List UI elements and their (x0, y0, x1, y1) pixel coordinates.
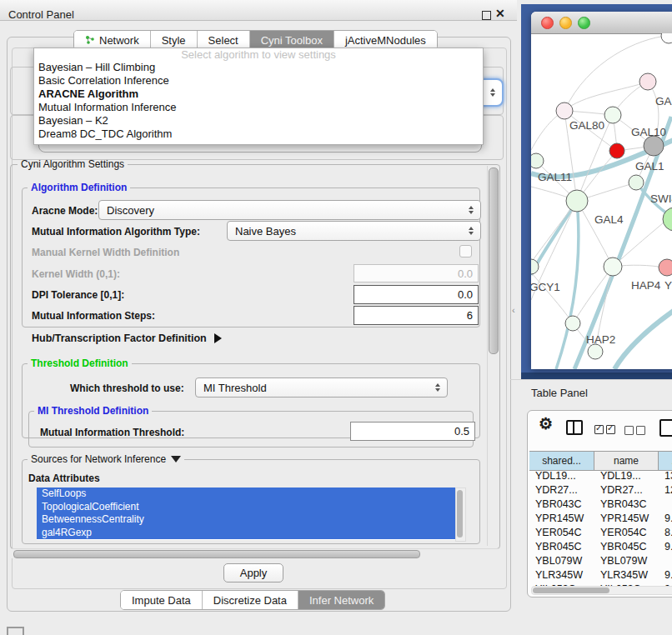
network-node[interactable] (566, 190, 588, 212)
table-row[interactable]: YLR345WYLR345W9. (529, 568, 672, 582)
table-row[interactable]: YER054CYER054C8. (529, 526, 672, 540)
table-row[interactable]: YPR145WYPR145W9. (529, 512, 672, 526)
dropdown-item[interactable]: Basic Correlation Inference (34, 74, 483, 88)
tab-impute-data[interactable]: Impute Data (121, 591, 202, 609)
deselect-all-checkboxes-icon[interactable] (624, 423, 648, 438)
table-cell[interactable]: YBR045C (594, 540, 659, 554)
float-panel-icon[interactable] (482, 11, 491, 20)
sources-group-title[interactable]: Sources for Network Inference (28, 453, 184, 465)
table-cell[interactable]: YBR043C (594, 498, 659, 512)
table-cell[interactable]: YPR145W (594, 512, 659, 526)
table-row[interactable]: YDL19...YDL19...13 (529, 469, 672, 483)
gear-icon[interactable]: ⚙ (539, 414, 553, 433)
settings-vertical-scrollbar[interactable] (487, 166, 499, 546)
table-cell[interactable]: 9. (659, 540, 672, 554)
network-edge[interactable] (531, 272, 571, 321)
tab-cyni-toolbox[interactable]: Cyni Toolbox (249, 31, 333, 49)
network-node[interactable] (556, 102, 573, 119)
list-vertical-scrollbar[interactable] (455, 488, 466, 542)
table-row[interactable]: YBL079WYBL079W (529, 554, 672, 568)
table-horizontal-scrollbar[interactable] (531, 586, 672, 595)
mi-type-combobox[interactable]: Naive Bayes (227, 221, 481, 241)
table-cell[interactable]: YLR345W (594, 568, 659, 582)
scrollbar-thumb[interactable] (13, 550, 420, 558)
table-cell[interactable]: 13 (659, 469, 672, 483)
table-cell[interactable]: YDL19... (529, 469, 594, 483)
dropdown-item[interactable]: Mutual Information Inference (34, 101, 483, 114)
mi-threshold-field[interactable]: 0.5 (350, 422, 475, 441)
table-cell[interactable]: YDR27... (529, 483, 594, 498)
column-header-shared-name[interactable]: shared... (529, 452, 594, 470)
network-node[interactable] (588, 344, 603, 359)
tab-discretize-data[interactable]: Discretize Data (202, 591, 298, 609)
kernel-width-field[interactable]: 0.0 (354, 264, 479, 282)
hub-definition-expander[interactable]: Hub/Transcription Factor Definition (32, 332, 222, 344)
dropdown-item-selected[interactable]: ARACNE Algorithm (34, 88, 483, 101)
table-cell[interactable]: YBL079W (594, 554, 659, 568)
network-edge[interactable] (564, 82, 648, 111)
table-cell[interactable]: YDR27... (594, 483, 659, 498)
network-node[interactable] (604, 258, 622, 276)
manual-kernel-checkbox[interactable] (459, 245, 472, 258)
network-canvas[interactable]: GALGAL80GAL10GAL1GAL11SWI4GAL4HAP4YGCY1H… (531, 33, 672, 369)
network-node[interactable] (629, 175, 644, 190)
network-node[interactable] (661, 33, 672, 43)
table-cell[interactable]: 8. (659, 526, 672, 540)
table-cell[interactable]: YER054C (529, 526, 594, 540)
column-header-partial[interactable]: A (659, 452, 672, 470)
list-item[interactable]: SelfLoops (37, 488, 455, 501)
mi-steps-field[interactable]: 6 (354, 306, 479, 325)
close-traffic-light-icon[interactable] (541, 17, 554, 29)
dropdown-item[interactable]: Dream8 DC_TDC Algorithm (34, 128, 483, 141)
table-cell[interactable]: 12 (659, 483, 672, 498)
table-cell[interactable]: YLR345W (529, 568, 594, 582)
table-cell[interactable]: YPR145W (529, 512, 594, 526)
dropdown-item[interactable]: Bayesian – Hill Climbing (34, 61, 483, 74)
minimize-traffic-light-icon[interactable] (559, 17, 572, 29)
table-row[interactable]: YDR27...YDR27...12 (529, 483, 672, 498)
table-row[interactable]: YBR043CYBR043C (529, 498, 672, 512)
tab-jactivemnodules[interactable]: jActiveMNodules (333, 31, 437, 49)
table-row[interactable]: YBR045CYBR045C9. (529, 540, 672, 554)
table-cell[interactable]: YBR043C (529, 498, 594, 512)
apply-button[interactable]: Apply (223, 563, 283, 582)
scrollbar-thumb[interactable] (489, 168, 499, 354)
network-edge[interactable] (614, 308, 672, 369)
table-cell[interactable]: YER054C (594, 526, 659, 540)
dpi-tolerance-field[interactable]: 0.0 (354, 285, 479, 304)
network-edge[interactable] (531, 201, 577, 262)
list-item[interactable]: BetweennessCentrality (37, 513, 455, 527)
table-cell[interactable]: 9. (659, 568, 672, 582)
network-node[interactable] (639, 73, 656, 90)
which-threshold-combobox[interactable]: MI Threshold (195, 378, 448, 398)
network-node[interactable] (565, 316, 580, 331)
network-node[interactable] (604, 107, 621, 123)
table-cell[interactable]: YBL079W (529, 554, 594, 568)
aracne-mode-combobox[interactable]: Discovery (98, 200, 481, 220)
tab-network[interactable]: Network (74, 31, 150, 49)
table-cell[interactable]: YBR045C (529, 540, 594, 554)
tab-infer-network[interactable]: Infer Network (298, 591, 384, 609)
table-cell[interactable] (659, 554, 672, 568)
network-node[interactable] (531, 153, 544, 168)
minimized-panel-icon[interactable] (7, 627, 24, 635)
table-cell[interactable] (659, 498, 672, 512)
column-header-name[interactable]: name (594, 452, 659, 470)
close-icon[interactable]: ✕ (495, 7, 505, 20)
document-icon[interactable] (659, 419, 672, 437)
settings-horizontal-scrollbar[interactable] (12, 548, 499, 558)
select-all-checkboxes-icon[interactable] (594, 422, 618, 438)
list-item[interactable]: TopologicalCoefficient (37, 501, 455, 514)
tab-select[interactable]: Select (197, 31, 249, 49)
network-edge[interactable] (564, 36, 667, 111)
network-node[interactable] (659, 259, 672, 276)
network-node[interactable] (644, 136, 664, 156)
tab-style[interactable]: Style (150, 31, 197, 49)
table-cell[interactable]: 9. (659, 512, 672, 526)
scrollbar-thumb[interactable] (533, 588, 609, 593)
scrollbar-thumb[interactable] (457, 490, 463, 538)
network-node[interactable] (609, 143, 624, 158)
data-attributes-list[interactable]: SelfLoops TopologicalCoefficient Between… (37, 488, 455, 540)
split-columns-icon[interactable] (566, 420, 583, 435)
list-item[interactable]: gal4RGexp (37, 527, 455, 540)
